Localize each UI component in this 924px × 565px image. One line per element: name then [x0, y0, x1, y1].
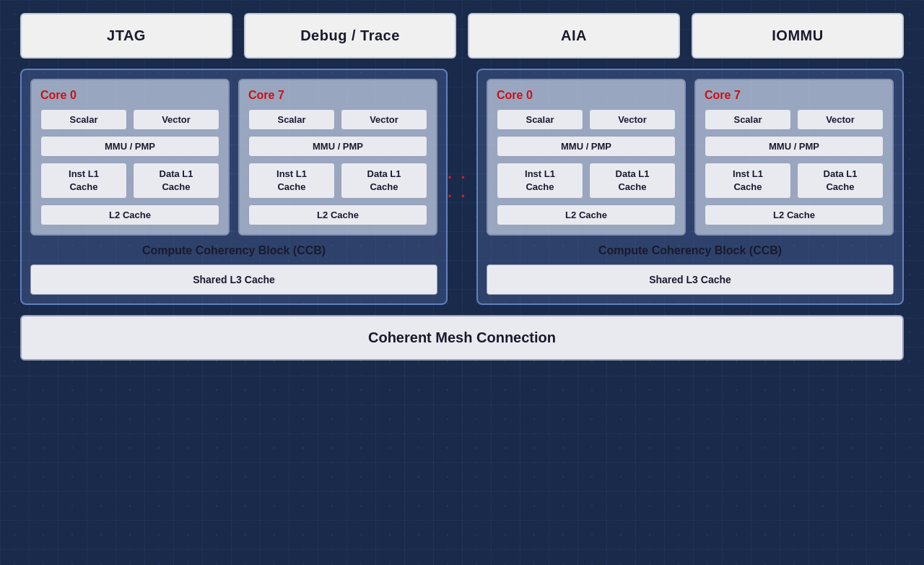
coherent-mesh-block: Coherent Mesh Connection	[20, 315, 904, 361]
right-ccb-title: Compute Coherency Block (CCB)	[487, 244, 894, 257]
right-core-7-l2-wrap: L2 Cache	[705, 204, 884, 225]
right-core-0-inst-data: Inst L1Cache Data L1Cache	[497, 163, 676, 199]
left-core-7-mmu: MMU / PMP	[248, 136, 427, 157]
left-ccb-title: Compute Coherency Block (CCB)	[30, 244, 437, 257]
right-ccb-bottom: Compute Coherency Block (CCB) Shared L3 …	[487, 244, 894, 295]
left-core-0-l2: L2 Cache	[40, 204, 219, 225]
right-core-0-data-l1: Data L1Cache	[589, 163, 676, 199]
left-core-7-l2: L2 Cache	[248, 204, 427, 225]
right-core-0-mmu-wrap: MMU / PMP	[497, 136, 676, 157]
left-core-0-mmu-wrap: MMU / PMP	[40, 136, 219, 157]
page-container: JTAG Debug / Trace AIA IOMMU Core 0 Scal…	[0, 0, 924, 374]
left-core-0-mmu: MMU / PMP	[40, 136, 219, 157]
left-shared-l3: Shared L3 Cache	[30, 264, 437, 295]
right-core-7: Core 7 Scalar Vector MMU / PMP Inst L1Ca…	[694, 79, 894, 236]
right-core-0-title: Core 0	[497, 89, 676, 102]
right-core-0-inst-l1: Inst L1Cache	[497, 163, 583, 199]
left-core-7-mmu-wrap: MMU / PMP	[248, 136, 427, 157]
debug-trace-block: Debug / Trace	[244, 13, 456, 59]
right-core-7-scalar: Scalar	[705, 109, 791, 130]
left-core-7-l2-wrap: L2 Cache	[248, 204, 427, 225]
iommu-label: IOMMU	[772, 27, 823, 43]
left-core-7-scalar: Scalar	[248, 109, 335, 130]
aia-label: AIA	[561, 27, 587, 43]
right-core-0: Core 0 Scalar Vector MMU / PMP Inst L1Ca…	[487, 79, 686, 236]
left-core-7-title: Core 7	[248, 89, 427, 102]
right-core-0-scalar: Scalar	[497, 109, 583, 130]
right-core-0-scalar-vector: Scalar Vector	[497, 109, 676, 130]
left-core-7: Core 7 Scalar Vector MMU / PMP Inst L1Ca…	[238, 79, 437, 236]
left-core-0-inst-data: Inst L1Cache Data L1Cache	[40, 163, 219, 199]
right-cores-row: Core 0 Scalar Vector MMU / PMP Inst L1Ca…	[487, 79, 894, 236]
debug-trace-label: Debug / Trace	[300, 27, 400, 43]
right-core-7-inst-l1: Inst L1Cache	[705, 163, 791, 199]
left-core-0-scalar: Scalar	[40, 109, 127, 130]
left-ccb-group: Core 0 Scalar Vector MMU / PMP Inst L1Ca…	[20, 69, 448, 305]
top-row: JTAG Debug / Trace AIA IOMMU	[20, 13, 904, 59]
right-core-7-inst-data: Inst L1Cache Data L1Cache	[705, 163, 884, 199]
right-core-7-l2: L2 Cache	[705, 204, 884, 225]
middle-row: Core 0 Scalar Vector MMU / PMP Inst L1Ca…	[20, 69, 904, 305]
aia-block: AIA	[468, 13, 680, 59]
left-core-7-vector: Vector	[341, 109, 427, 130]
left-core-0-vector: Vector	[133, 109, 219, 130]
left-core-0: Core 0 Scalar Vector MMU / PMP Inst L1Ca…	[30, 79, 230, 236]
left-ccb-bottom: Compute Coherency Block (CCB) Shared L3 …	[30, 244, 437, 295]
left-core-7-scalar-vector: Scalar Vector	[248, 109, 427, 130]
right-core-0-vector: Vector	[589, 109, 676, 130]
right-ccb-group: Core 0 Scalar Vector MMU / PMP Inst L1Ca…	[476, 69, 904, 305]
left-cores-row: Core 0 Scalar Vector MMU / PMP Inst L1Ca…	[30, 79, 437, 236]
left-core-0-l2-wrap: L2 Cache	[40, 204, 219, 225]
iommu-block: IOMMU	[692, 13, 904, 59]
right-core-0-mmu: MMU / PMP	[497, 136, 676, 157]
right-core-7-data-l1: Data L1Cache	[797, 163, 884, 199]
left-core-0-scalar-vector: Scalar Vector	[40, 109, 219, 130]
coherent-mesh-label: Coherent Mesh Connection	[368, 329, 556, 345]
jtag-label: JTAG	[107, 27, 146, 43]
right-core-7-title: Core 7	[705, 89, 884, 102]
right-core-7-mmu-wrap: MMU / PMP	[705, 136, 884, 157]
left-core-7-inst-l1: Inst L1Cache	[248, 163, 335, 199]
right-core-7-vector: Vector	[797, 109, 884, 130]
left-core-7-data-l1: Data L1Cache	[341, 163, 427, 199]
jtag-block: JTAG	[20, 13, 232, 59]
right-core-0-l2-wrap: L2 Cache	[497, 204, 676, 225]
right-core-0-l2: L2 Cache	[497, 204, 676, 225]
right-core-7-mmu: MMU / PMP	[705, 136, 884, 157]
left-core-0-data-l1: Data L1Cache	[133, 163, 219, 199]
right-core-7-scalar-vector: Scalar Vector	[705, 109, 884, 130]
left-core-7-inst-data: Inst L1Cache Data L1Cache	[248, 163, 427, 199]
middle-connector-dots: · · · ·	[448, 168, 476, 206]
left-core-0-inst-l1: Inst L1Cache	[40, 163, 127, 199]
right-shared-l3: Shared L3 Cache	[487, 264, 894, 295]
left-core-0-title: Core 0	[40, 89, 219, 102]
